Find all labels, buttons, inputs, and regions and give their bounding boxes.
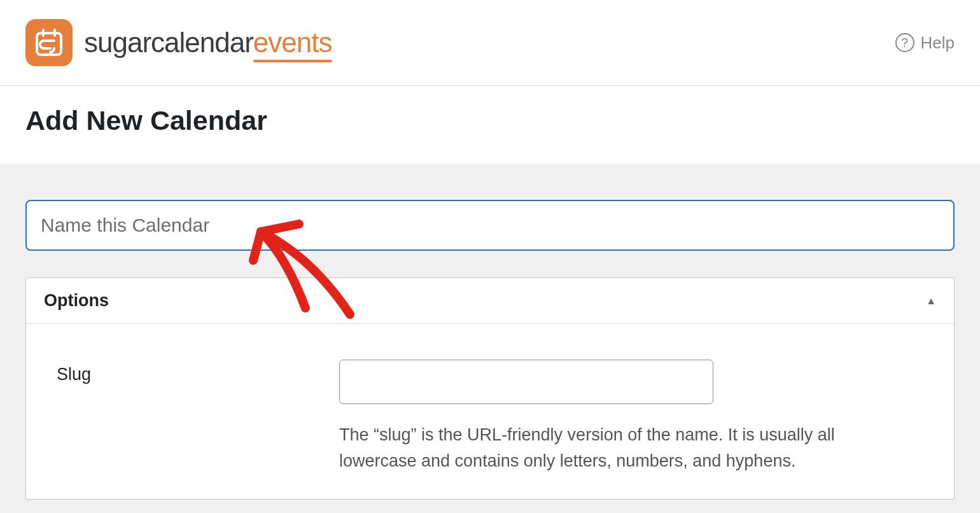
options-panel-header[interactable]: Options ▲: [26, 278, 954, 324]
page-title: Add New Calendar: [25, 105, 955, 136]
options-panel: Options ▲ Slug The “slug” is the URL-fri…: [25, 278, 955, 500]
help-icon: ?: [895, 33, 914, 52]
page-title-wrap: Add New Calendar: [0, 86, 980, 164]
options-panel-title: Options: [44, 291, 109, 311]
brand-second: events: [253, 27, 332, 59]
option-label-col: Slug: [52, 360, 319, 474]
brand-first: sugarcalendar: [84, 27, 253, 59]
calendar-icon: [25, 19, 73, 66]
help-link[interactable]: ? Help: [895, 33, 955, 53]
slug-input[interactable]: [339, 360, 713, 404]
options-panel-body: Slug The “slug” is the URL-friendly vers…: [26, 324, 954, 499]
chevron-up-icon: ▲: [926, 295, 936, 307]
content-area: Options ▲ Slug The “slug” is the URL-fri…: [0, 164, 980, 513]
option-field-col: The “slug” is the URL-friendly version o…: [339, 360, 928, 474]
calendar-name-input[interactable]: [25, 200, 955, 251]
brand-logo: sugarcalendarevents: [25, 19, 332, 66]
slug-help-text: The “slug” is the URL-friendly version o…: [339, 422, 912, 474]
slug-label: Slug: [57, 365, 91, 384]
help-label: Help: [921, 33, 955, 53]
app-header: sugarcalendarevents ? Help: [0, 0, 980, 86]
brand-text: sugarcalendarevents: [84, 27, 332, 59]
